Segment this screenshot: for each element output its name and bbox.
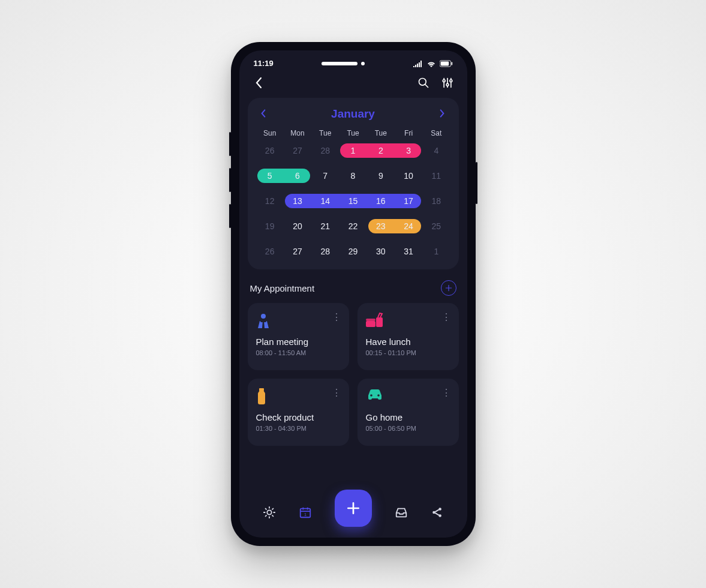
date-cell[interactable]: 28 (311, 143, 339, 158)
weekday-label: Sun (256, 129, 284, 137)
appointment-time: 00:15 - 01:10 PM (366, 349, 450, 356)
fab-add-button[interactable] (335, 490, 372, 527)
weekday-label: Tue (339, 129, 366, 137)
calendar-panel: January SunMonTueTueTueFriSat 2627281234… (248, 98, 459, 269)
date-cell[interactable]: 12 (256, 194, 284, 208)
appointment-card[interactable]: ⋮Plan meeting08:00 - 11:50 AM (248, 303, 349, 370)
phone-frame: 11:19 (231, 42, 476, 546)
appointment-icon (256, 388, 273, 405)
nav-calendar[interactable]: 1 (299, 506, 312, 519)
svg-text:1: 1 (304, 512, 306, 517)
prev-month-button[interactable] (259, 109, 269, 119)
battery-icon (440, 60, 453, 67)
appointment-grid: ⋮Plan meeting08:00 - 11:50 AM⋮Have lunch… (248, 303, 459, 446)
next-month-button[interactable] (437, 109, 448, 119)
wifi-icon (426, 60, 436, 67)
svg-line-4 (425, 85, 428, 88)
appointment-title: Go home (366, 412, 450, 422)
appointment-time: 08:00 - 11:50 AM (256, 349, 341, 356)
back-button[interactable] (253, 76, 266, 89)
card-menu-button[interactable]: ⋮ (441, 387, 452, 398)
appointment-time: 05:00 - 06:50 PM (366, 425, 450, 432)
date-cell[interactable]: 14 (311, 194, 339, 208)
weekday-label: Fri (395, 129, 422, 137)
date-cell[interactable]: 8 (339, 169, 366, 183)
date-cell[interactable]: 16 (367, 194, 395, 208)
appointment-icon (256, 313, 273, 329)
svg-rect-14 (376, 317, 383, 327)
card-menu-button[interactable]: ⋮ (441, 311, 452, 323)
appointment-card[interactable]: ⋮Check product01:30 - 04:30 PM (248, 379, 349, 446)
weekday-label: Tue (311, 129, 339, 137)
date-cell[interactable]: 19 (256, 219, 284, 233)
date-cell[interactable]: 7 (311, 169, 339, 183)
svg-rect-2 (451, 62, 452, 65)
appointment-title: Have lunch (366, 337, 450, 347)
card-menu-button[interactable]: ⋮ (332, 311, 342, 323)
date-cell[interactable]: 13 (284, 194, 311, 208)
status-bar: 11:19 (248, 56, 459, 73)
appointment-title: Check product (256, 412, 341, 422)
date-cell[interactable]: 26 (256, 244, 284, 259)
appointment-title: Plan meeting (256, 337, 341, 347)
search-icon (417, 77, 429, 89)
inbox-icon (395, 506, 408, 519)
date-cell[interactable]: 24 (395, 219, 422, 233)
top-nav (248, 73, 459, 98)
date-cell[interactable]: 9 (367, 169, 395, 183)
svg-point-11 (261, 314, 266, 319)
date-cell[interactable]: 23 (367, 219, 395, 233)
calendar-icon: 1 (299, 506, 312, 519)
date-cell[interactable]: 22 (339, 219, 366, 233)
date-cell[interactable]: 30 (367, 244, 395, 259)
search-button[interactable] (417, 76, 430, 89)
date-cell[interactable]: 10 (395, 169, 422, 183)
date-cell[interactable]: 6 (284, 169, 311, 183)
nav-share[interactable] (431, 506, 444, 519)
bottom-nav: 1 (248, 490, 459, 538)
calendar-month: January (331, 107, 375, 121)
chevron-right-icon (437, 109, 447, 118)
appointments-header: My Appointment (250, 280, 456, 296)
date-cell[interactable]: 28 (311, 244, 339, 259)
date-cell[interactable]: 4 (422, 143, 450, 158)
date-cell[interactable]: 1 (422, 244, 450, 259)
date-cell[interactable]: 25 (422, 219, 450, 233)
appointment-card[interactable]: ⋮Have lunch00:15 - 01:10 PM (357, 303, 459, 370)
weekday-label: Tue (367, 129, 395, 137)
date-cell[interactable]: 2 (367, 143, 395, 158)
svg-point-18 (267, 510, 271, 514)
svg-rect-1 (440, 61, 449, 65)
date-cell[interactable]: 1 (339, 143, 366, 158)
date-cell[interactable]: 11 (422, 169, 450, 183)
date-cell[interactable]: 5 (256, 169, 284, 183)
date-cell[interactable]: 18 (422, 194, 450, 208)
date-cell[interactable]: 15 (339, 194, 366, 208)
date-cell[interactable]: 20 (284, 219, 311, 233)
screen: 11:19 (239, 50, 467, 538)
date-cell[interactable]: 21 (311, 219, 339, 233)
date-cell[interactable]: 17 (395, 194, 422, 208)
settings-button[interactable] (441, 76, 454, 89)
date-cell[interactable]: 27 (284, 244, 311, 259)
chevron-left-icon (255, 77, 263, 89)
weekday-row: SunMonTueTueTueFriSat (256, 127, 450, 143)
weekday-label: Mon (284, 129, 311, 137)
date-cell[interactable]: 31 (395, 244, 422, 259)
appointment-icon (366, 388, 383, 405)
svg-point-8 (446, 83, 449, 86)
notch-area (322, 62, 365, 65)
nav-brightness[interactable] (263, 506, 276, 519)
appointment-icon (366, 313, 383, 329)
date-cell[interactable]: 27 (284, 143, 311, 158)
nav-inbox[interactable] (395, 506, 408, 519)
date-cell[interactable]: 3 (395, 143, 422, 158)
card-menu-button[interactable]: ⋮ (332, 387, 342, 398)
date-cell[interactable]: 26 (256, 143, 284, 158)
date-cell[interactable]: 29 (339, 244, 366, 259)
sun-icon (263, 506, 276, 519)
svg-point-16 (370, 394, 372, 397)
add-appointment-button[interactable] (441, 280, 456, 296)
appointment-card[interactable]: ⋮Go home05:00 - 06:50 PM (357, 379, 459, 446)
date-grid: 2627281234567891011121314151617181920212… (256, 143, 450, 259)
